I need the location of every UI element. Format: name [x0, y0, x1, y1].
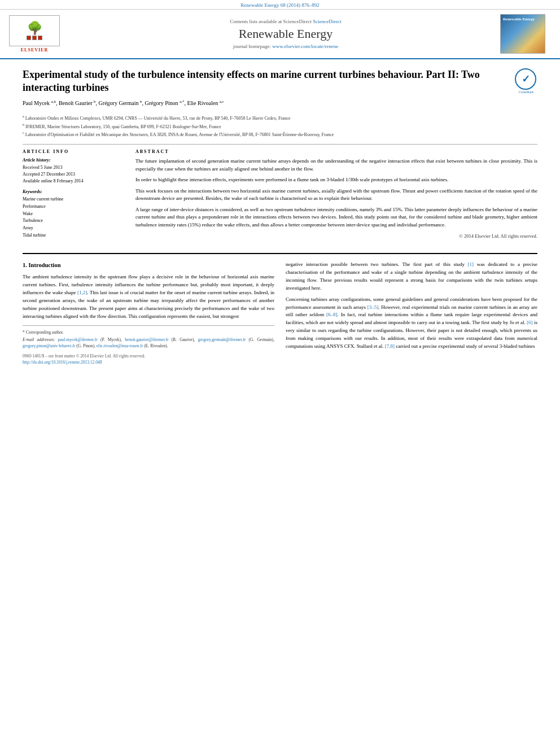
article-info-label: ARTICLE INFO [23, 149, 124, 154]
top-bar: Renewable Energy 68 (2014) 876–892 [0, 0, 560, 10]
ref-3-5: [3–5] [368, 304, 379, 310]
keywords-list: Marine current turbine Performance Wake … [23, 196, 124, 239]
crossmark-symbol: ✓ [522, 73, 530, 85]
history-label: Article history: [23, 158, 124, 163]
body-para-1: The ambient turbulence intensity in the … [23, 273, 274, 321]
doi-line[interactable]: http://dx.doi.org/10.1016/j.renene.2013.… [23, 359, 274, 365]
footnote-emails: E-mail addresses: paul.mycek@ifremer.fr … [23, 337, 274, 350]
ref-6b: [6] [527, 320, 533, 325]
abstract-text: The future implantation of second genera… [135, 158, 537, 229]
body-col-2: negative interaction possible between tw… [286, 261, 537, 365]
abstract-para-3: This work focuses on the interactions be… [135, 187, 537, 203]
elsevier-text: ELSEVIER [21, 47, 48, 53]
article-authors: Paul Mycek a,b, Benoît Gaurier b, Grégor… [23, 99, 508, 106]
keyword-5: Array [23, 225, 124, 232]
article-title-section: Experimental study of the turbulence int… [23, 68, 537, 108]
science-direct-line: Contents lists available at ScienceDirec… [82, 19, 489, 24]
journal-homepage: journal homepage: www.elsevier.com/locat… [82, 43, 489, 49]
crossmark-icon: ✓ [515, 68, 536, 90]
homepage-url[interactable]: www.elsevier.com/locate/renene [272, 43, 338, 49]
ref-6-8: [6–8] [326, 312, 338, 317]
copyright-line: © 2014 Elsevier Ltd. All rights reserved… [135, 233, 537, 239]
journal-cover-section: Renewable Energy [495, 14, 551, 54]
journal-citation: Renewable Energy 68 (2014) 876–892 [240, 2, 319, 8]
footnote-corresponding: * Corresponding author. [23, 329, 274, 335]
article-info-left: ARTICLE INFO Article history: Received 5… [23, 149, 124, 244]
keywords-group: Keywords: Marine current turbine Perform… [23, 189, 124, 239]
journal-title: Renewable Energy [82, 27, 489, 41]
section-1-heading: 1. Introduction [23, 261, 274, 270]
article-info-section: ARTICLE INFO Article history: Received 5… [23, 149, 537, 244]
issn-line: 0960-1481/$ – see front matter © 2014 El… [23, 353, 274, 359]
body-para-2: negative interaction possible between tw… [286, 261, 537, 292]
tree-icon: 🌳 [27, 22, 42, 34]
affiliation-c: c Laboratoire d'Optimisation et Fiabilit… [23, 130, 537, 138]
body-para-3: Concerning turbines array configurations… [286, 296, 537, 351]
keyword-2: Performance [23, 203, 124, 211]
keyword-1: Marine current turbine [23, 196, 124, 203]
received-date: Received 5 June 2013 [23, 164, 124, 171]
footnote-area: * Corresponding author. E-mail addresses… [23, 325, 274, 365]
logo-box: 🌳 [9, 15, 60, 46]
cover-title: Renewable Energy [503, 17, 542, 21]
affiliation-b: b IFREMER, Marine Structures Laboratory,… [23, 123, 537, 130]
keyword-6: Tidal turbine [23, 232, 124, 239]
journal-cover: Renewable Energy [500, 14, 545, 54]
two-col-body: 1. Introduction The ambient turbulence i… [23, 261, 537, 365]
elsevier-logo: 🌳 ELSEVIER [9, 15, 60, 53]
keyword-4: Turbulence [23, 217, 124, 225]
ref-1: [1] [468, 261, 474, 267]
available-date: Available online 8 February 2014 [23, 178, 124, 185]
abstract-para-2: In order to highlight these interaction … [135, 176, 537, 184]
body-section: 1. Introduction The ambient turbulence i… [23, 253, 537, 365]
article-content: Experimental study of the turbulence int… [0, 59, 560, 374]
elsevier-logo-section: 🌳 ELSEVIER [9, 14, 77, 54]
keywords-label: Keywords: [23, 189, 124, 194]
ref-1-2: [1,2] [77, 290, 87, 295]
abstract-label: ABSTRACT [135, 149, 537, 154]
ref-7-8: [7,8] [385, 343, 395, 349]
keyword-3: Wake [23, 211, 124, 218]
science-direct-link[interactable]: ScienceDirect [313, 19, 341, 24]
abstract-section: ABSTRACT The future implantation of seco… [135, 149, 537, 244]
journal-header: 🌳 ELSEVIER Contents lists available at S… [0, 10, 560, 59]
article-history-group: Article history: Received 5 June 2013 Ac… [23, 158, 124, 185]
separator-1 [23, 144, 537, 145]
journal-header-center: Contents lists available at ScienceDirec… [82, 14, 489, 54]
article-title-text: Experimental study of the turbulence int… [23, 68, 508, 108]
affiliation-a: a Laboratoire Ondes et Milieux Complexes… [23, 114, 537, 122]
body-col-1: 1. Introduction The ambient turbulence i… [23, 261, 274, 365]
abstract-para-4: A large range of inter-device distances … [135, 206, 537, 229]
article-title: Experimental study of the turbulence int… [23, 68, 508, 95]
accepted-date: Accepted 27 December 2013 [23, 171, 124, 178]
abstract-para-1: The future implantation of second genera… [135, 158, 537, 173]
affiliations: a Laboratoire Ondes et Milieux Complexes… [23, 114, 537, 138]
crossmark-badge: ✓ CrossMark [515, 68, 537, 91]
